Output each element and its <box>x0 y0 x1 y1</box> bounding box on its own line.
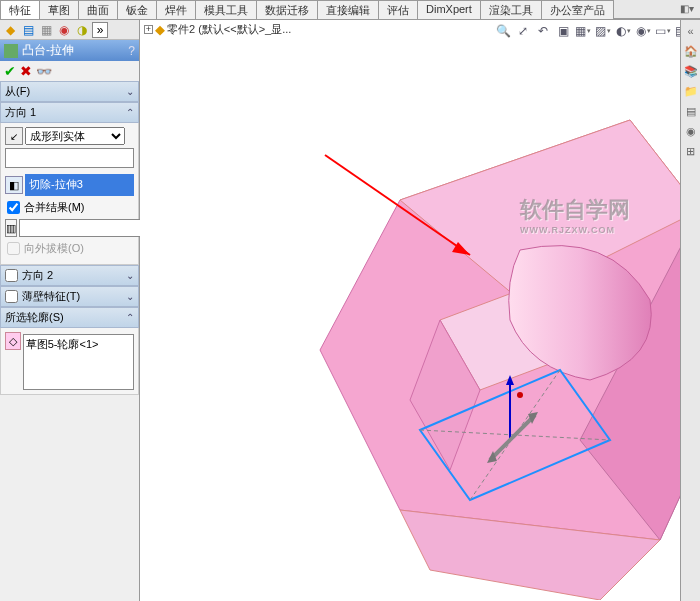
section-contour-label: 所选轮廓(S) <box>5 310 64 325</box>
ribbon-tabbar: 特征 草图 曲面 钣金 焊件 模具工具 数据迁移 直接编辑 评估 DimXper… <box>0 0 700 20</box>
tab-weldment[interactable]: 焊件 <box>156 0 196 19</box>
taskpane-home-icon[interactable]: « <box>682 22 700 40</box>
thin-checkbox[interactable] <box>5 290 18 303</box>
task-pane: « 🏠 📚 📁 ▤ ◉ ⊞ <box>680 20 700 601</box>
contour-listbox[interactable]: 草图5-轮廓<1> <box>23 334 134 390</box>
zoom-fit-icon[interactable]: 🔍 <box>494 22 512 40</box>
taskpane-explorer-icon[interactable]: 📁 <box>682 82 700 100</box>
selected-face-field[interactable]: 切除-拉伸3 <box>25 174 134 196</box>
config-icon[interactable]: ▦ <box>38 22 54 38</box>
section-contour-header[interactable]: 所选轮廓(S) ⌃ <box>0 307 139 328</box>
direction-vector-input[interactable] <box>5 148 134 168</box>
feature-title-bar: 凸台-拉伸 ? <box>0 40 139 61</box>
chevron-up-icon: ⌃ <box>126 312 134 323</box>
view-toolbar: 🔍 ⤢ ↶ ▣ ▦▾ ▨▾ ◐▾ ◉▾ ▭▾ ▤▾ <box>494 22 692 40</box>
tab-render[interactable]: 渲染工具 <box>480 0 542 19</box>
part-icon: ◆ <box>155 22 165 37</box>
model-render <box>140 40 680 600</box>
section-dir1-label: 方向 1 <box>5 105 36 120</box>
tree-expand-icon[interactable]: + <box>144 25 153 34</box>
chevron-down-icon: ⌄ <box>126 291 134 302</box>
section-from-header[interactable]: 从(F) ⌄ <box>0 81 139 102</box>
taskpane-library-icon[interactable]: 📚 <box>682 62 700 80</box>
hide-show-icon[interactable]: ◐▾ <box>614 22 632 40</box>
view-orient-icon[interactable]: ▦▾ <box>574 22 592 40</box>
section-from-label: 从(F) <box>5 84 30 99</box>
cancel-icon[interactable]: ✖ <box>20 63 32 79</box>
prev-view-icon[interactable]: ↶ <box>534 22 552 40</box>
tab-sheetmetal[interactable]: 钣金 <box>117 0 157 19</box>
taskpane-property-icon[interactable]: ⊞ <box>682 142 700 160</box>
contour-item[interactable]: 草图5-轮廓<1> <box>26 337 131 352</box>
draft-outward-checkbox <box>7 242 20 255</box>
appearance-icon[interactable]: ◉▾ <box>634 22 652 40</box>
draft-outward-label: 向外拔模(O) <box>24 241 84 256</box>
section-thin-header[interactable]: 薄壁特征(T) ⌄ <box>0 286 139 307</box>
confirm-row: ✔ ✖ 👓 <box>0 61 139 81</box>
display-icon[interactable]: ◉ <box>56 22 72 38</box>
property-manager: ◆ ▤ ▦ ◉ ◑ » 凸台-拉伸 ? ✔ ✖ 👓 从(F) ⌄ 方向 1 ⌃ <box>0 20 140 601</box>
expand-icon[interactable]: » <box>92 22 108 38</box>
zoom-area-icon[interactable]: ⤢ <box>514 22 532 40</box>
taskpane-appearance-icon[interactable]: ◉ <box>682 122 700 140</box>
section-thin-label: 薄壁特征(T) <box>22 289 80 304</box>
face-selector-icon[interactable]: ◧ <box>5 176 23 194</box>
tab-office[interactable]: 办公室产品 <box>541 0 614 19</box>
merge-result-label: 合并结果(M) <box>24 200 85 215</box>
tab-data-migration[interactable]: 数据迁移 <box>256 0 318 19</box>
manager-tabs: ◆ ▤ ▦ ◉ ◑ » <box>0 20 139 40</box>
tab-mold[interactable]: 模具工具 <box>195 0 257 19</box>
tab-features[interactable]: 特征 <box>0 0 40 19</box>
decal-icon[interactable]: ◑ <box>74 22 90 38</box>
chevron-up-icon: ⌃ <box>126 107 134 118</box>
graphics-viewport[interactable]: + ◆ 零件2 (默认<<默认>_显... 🔍 ⤢ ↶ ▣ ▦▾ ▨▾ ◐▾ ◉… <box>140 20 700 601</box>
section-dir1-body: ↙ 成形到实体 ◧ 切除-拉伸3 合并结果(M) ▥ 向外拔模(O) <box>0 123 139 265</box>
end-condition-select[interactable]: 成形到实体 <box>25 127 125 145</box>
property-icon[interactable]: ▤ <box>20 22 36 38</box>
dir2-checkbox[interactable] <box>5 269 18 282</box>
feature-title-text: 凸台-拉伸 <box>22 42 74 59</box>
part-name[interactable]: 零件2 (默认<<默认>_显... <box>167 22 291 37</box>
section-dir2-header[interactable]: 方向 2 ⌄ <box>0 265 139 286</box>
tab-surface[interactable]: 曲面 <box>78 0 118 19</box>
flyout-tree[interactable]: + ◆ 零件2 (默认<<默认>_显... <box>144 22 291 37</box>
scene-icon[interactable]: ▭▾ <box>654 22 672 40</box>
chevron-down-icon: ⌄ <box>126 270 134 281</box>
search-glyph-icon[interactable]: ◧▾ <box>680 3 694 14</box>
draft-icon[interactable]: ▥ <box>5 219 17 237</box>
preview-icon[interactable]: 👓 <box>36 64 52 79</box>
tab-direct-edit[interactable]: 直接编辑 <box>317 0 379 19</box>
section-dir2-label: 方向 2 <box>22 268 53 283</box>
section-contour-body: ◇ 草图5-轮廓<1> <box>0 328 139 395</box>
reverse-dir-icon[interactable]: ↙ <box>5 127 23 145</box>
display-style-icon[interactable]: ▨▾ <box>594 22 612 40</box>
tab-dimxpert[interactable]: DimXpert <box>417 0 481 19</box>
merge-result-checkbox[interactable] <box>7 201 20 214</box>
section-dir1-header[interactable]: 方向 1 ⌃ <box>0 102 139 123</box>
feature-tree-icon[interactable]: ◆ <box>2 22 18 38</box>
help-icon[interactable]: ? <box>128 44 135 58</box>
taskpane-view-icon[interactable]: ▤ <box>682 102 700 120</box>
chevron-down-icon: ⌄ <box>126 86 134 97</box>
section-view-icon[interactable]: ▣ <box>554 22 572 40</box>
tab-evaluate[interactable]: 评估 <box>378 0 418 19</box>
extrude-icon <box>4 44 18 58</box>
tab-sketch[interactable]: 草图 <box>39 0 79 19</box>
taskpane-resources-icon[interactable]: 🏠 <box>682 42 700 60</box>
svg-point-11 <box>517 392 523 398</box>
ok-icon[interactable]: ✔ <box>4 63 16 79</box>
contour-selector-icon[interactable]: ◇ <box>5 332 21 350</box>
